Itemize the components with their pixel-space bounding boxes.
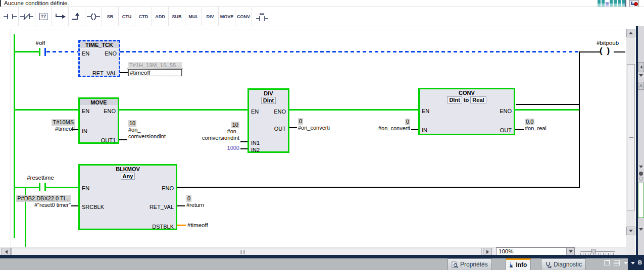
chevron-down-icon[interactable] xyxy=(631,262,635,264)
operand: #on_converti xyxy=(298,125,330,131)
wire xyxy=(119,139,127,140)
chevron-down-icon[interactable] xyxy=(624,262,628,264)
scroll-down-button[interactable] xyxy=(626,227,635,235)
conv-out-operand-group[interactable]: 0.0 #on_real xyxy=(525,119,547,132)
pin-dstblk: DSTBLK xyxy=(152,224,174,230)
panel-a-button[interactable]: A xyxy=(638,82,644,90)
dtype-from-select[interactable]: DInt xyxy=(447,96,462,103)
wire xyxy=(177,205,185,206)
ret-val-operand-input[interactable]: #timeoff xyxy=(128,69,182,76)
block-title: BLKMOV xyxy=(80,166,176,173)
monitor-value: 10 xyxy=(128,120,136,127)
zoom-slider[interactable] xyxy=(580,248,615,255)
dtype-to-select[interactable]: Real xyxy=(470,96,486,103)
div-in2-constant[interactable]: 1000 xyxy=(191,145,239,151)
chevron-down-icon[interactable] xyxy=(639,166,643,168)
insert-rising-edge-button[interactable] xyxy=(69,7,85,26)
insert-ctd-button[interactable]: CTD xyxy=(135,7,152,26)
move-block[interactable]: MOVE EN ENO IN OUT1 xyxy=(78,97,119,144)
conv-block[interactable]: CONV DInt to Real EN ENO IN OUT xyxy=(418,88,515,135)
blkmov-dstblk-operand[interactable]: #timeoff xyxy=(187,222,208,229)
div-block[interactable]: DIV DInt EN ENO OUT IN1 IN2 xyxy=(247,88,289,153)
insert-mul-button[interactable]: MUL xyxy=(185,7,202,26)
div-in1-operand-group[interactable]: 10 #on_ comversiondint xyxy=(191,122,239,141)
bar-icon xyxy=(606,2,609,7)
insert-compare-contact-button[interactable]: == xyxy=(252,7,272,26)
tab-diagnostic[interactable]: Diagnostic xyxy=(541,258,586,270)
wire xyxy=(411,129,418,130)
tab-proprietes[interactable]: Propriétés xyxy=(448,258,492,270)
bar-icon xyxy=(602,0,605,7)
pin-out: OUT xyxy=(500,127,512,134)
chevron-down-icon[interactable] xyxy=(639,228,643,231)
insert-ctu-button[interactable]: CTU xyxy=(119,7,135,26)
contact-off[interactable] xyxy=(44,48,46,56)
down-arrow-icon xyxy=(629,230,633,232)
panel-icon[interactable] xyxy=(639,172,643,176)
insert-add-button[interactable]: ADD xyxy=(152,7,169,26)
monitor-line: P#DB2.DBX22.0 TI... xyxy=(9,195,71,202)
insert-conv-button[interactable]: CONV xyxy=(235,7,252,26)
panel-preview-box[interactable] xyxy=(638,183,644,218)
time-tck-block[interactable]: TIME_TCK EN ENO RET_VAL xyxy=(78,40,120,77)
open-branch-button[interactable] xyxy=(52,7,69,26)
wire-false xyxy=(46,51,78,52)
dtype-select[interactable]: Any xyxy=(121,173,135,180)
scrollbar-thumb[interactable] xyxy=(627,64,635,210)
insert-sub-button[interactable]: SUB xyxy=(169,7,185,26)
contact-resettime[interactable] xyxy=(39,183,40,191)
pin-out: OUT xyxy=(274,126,286,132)
monitor-value: T#10MS xyxy=(52,119,75,126)
button-label: SR xyxy=(107,14,114,19)
insert-coil-button[interactable] xyxy=(85,7,102,26)
insert-empty-box-button[interactable]: ?? xyxy=(35,7,52,26)
operand: #on_ xyxy=(128,127,166,133)
scroll-up-button[interactable] xyxy=(626,29,635,37)
zoom-value: 100% xyxy=(499,248,513,254)
dtype-select[interactable]: DInt xyxy=(261,97,276,104)
blkmov-block[interactable]: BLKMOV Any EN ENO SRCBLK RET_VAL DSTBLK xyxy=(78,164,177,230)
float-panel-icon[interactable] xyxy=(604,260,610,265)
wire xyxy=(15,51,39,52)
monitor-value: 0 xyxy=(405,119,410,125)
insert-sr-button[interactable]: SR xyxy=(102,7,119,26)
collapse-panel-button[interactable] xyxy=(638,62,644,72)
tab-info[interactable]: i Info xyxy=(506,258,531,270)
coil-bitpoub[interactable]: ( ) xyxy=(600,46,611,56)
monitoring-record-button[interactable] xyxy=(629,0,639,7)
contact-operand[interactable]: #off xyxy=(30,40,51,46)
operand: comversiondint xyxy=(191,135,239,141)
blkmov-srcblk-operand-group[interactable]: P#DB2.DBX22.0 TI... #"reset0 timer" xyxy=(9,195,71,208)
monitor-value: T#1H_19M_1S_55... xyxy=(128,62,182,69)
insert-div-button[interactable]: DIV xyxy=(202,7,219,26)
vertical-scrollbar[interactable] xyxy=(626,29,635,236)
insert-no-contact-button[interactable] xyxy=(2,7,19,26)
button-label: CTU xyxy=(122,14,132,19)
move-in-operand-group[interactable]: T#10MS #timeoff xyxy=(26,119,75,132)
pin-out1: OUT1 xyxy=(101,137,116,144)
pin-en: EN xyxy=(422,108,429,115)
conv-in-operand-group[interactable]: 0 #on_converti xyxy=(364,119,410,132)
button-label: SUB xyxy=(172,14,181,19)
slider-thumb[interactable] xyxy=(591,249,596,253)
wire-false xyxy=(120,51,579,52)
insert-move-button[interactable]: MOVE xyxy=(219,7,235,26)
move-out1-operand-group[interactable]: 10 #on_ comversiondint xyxy=(128,120,166,140)
bottom-divider xyxy=(0,255,636,258)
contact-off[interactable] xyxy=(39,48,40,56)
chevron-down-icon[interactable] xyxy=(639,74,643,77)
contact-operand[interactable]: #resettime xyxy=(22,175,59,181)
div-out-operand-group[interactable]: 0 #on_converti xyxy=(298,118,330,131)
operand: #timeoff xyxy=(26,126,75,132)
monitor-value: P#DB2.DBX22.0 TI... xyxy=(16,195,71,202)
panel-list-icon[interactable] xyxy=(614,260,620,265)
divider xyxy=(625,0,626,7)
wire xyxy=(579,51,601,52)
insert-nc-contact-button[interactable] xyxy=(19,7,35,26)
bottom-right-corner: B xyxy=(628,255,644,270)
zoom-dropdown-button[interactable] xyxy=(566,248,574,255)
blkmov-retval-operand-group[interactable]: 0 #return xyxy=(186,195,204,208)
wire-true xyxy=(119,109,247,111)
left-arrow-icon xyxy=(5,250,8,254)
dtype-separator: to xyxy=(464,97,469,103)
